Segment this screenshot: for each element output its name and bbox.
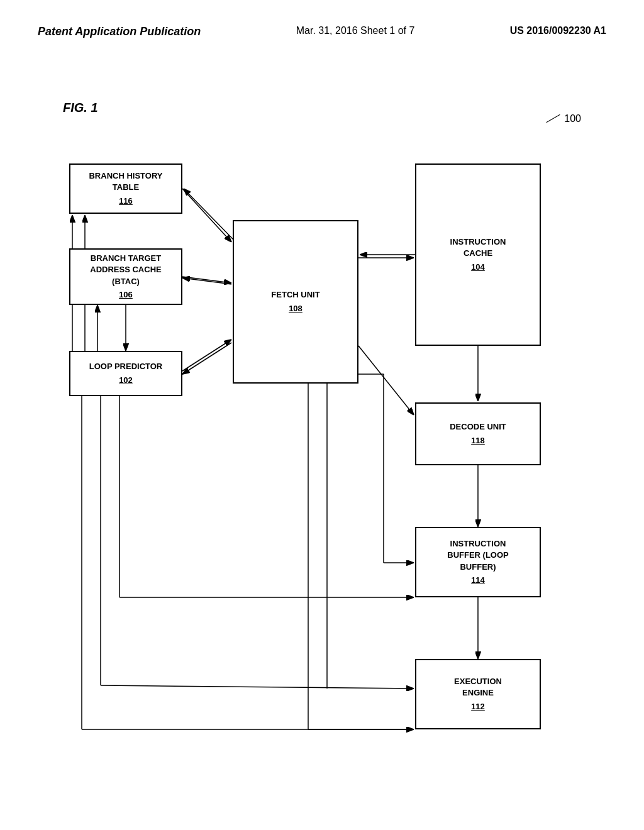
fetch-unit-box: FETCH UNIT 108 [233,220,358,384]
btac-box: BRANCH TARGETADDRESS CACHE(BTAC) 106 [69,248,182,305]
lp-label: LOOP PREDICTOR [89,361,163,372]
btac-ref: 106 [119,289,133,301]
svg-line-2 [182,189,231,242]
btac-label: BRANCH TARGETADDRESS CACHE(BTAC) [90,253,161,287]
decode-unit-box: DECODE UNIT 118 [415,402,541,465]
bht-label: BRANCH HISTORYTABLE [89,170,162,193]
block-diagram: BRANCH HISTORYTABLE 116 BRANCH TARGETADD… [38,126,604,792]
du-label: DECODE UNIT [450,421,506,433]
figure-label: FIG. 1 [63,101,98,115]
date-sheet-label: Mar. 31, 2016 Sheet 1 of 7 [296,25,415,36]
patent-number-label: US 2016/0092230 A1 [510,25,606,36]
ic-label: INSTRUCTIONCACHE [450,236,506,259]
main-reference-label: 100 [564,113,581,124]
ib-ref: 114 [471,575,485,586]
du-ref: 118 [471,435,485,446]
instruction-cache-box: INSTRUCTIONCACHE 104 [415,163,541,346]
ic-ref: 104 [471,262,485,273]
ee-label: EXECUTIONENGINE [454,676,502,699]
loop-predictor-box: LOOP PREDICTOR 102 [69,351,182,396]
execution-engine-box: EXECUTIONENGINE 112 [415,659,541,729]
ee-ref: 112 [471,701,485,712]
lp-ref: 102 [119,375,133,386]
bht-ref: 116 [119,196,133,207]
fu-label: FETCH UNIT [271,289,319,301]
ib-label: INSTRUCTIONBUFFER (LOOPBUFFER) [447,538,509,573]
svg-line-3 [184,189,234,240]
svg-line-21 [101,685,414,689]
branch-history-table-box: BRANCH HISTORYTABLE 116 [69,163,182,214]
svg-line-12 [358,346,414,415]
svg-line-8 [182,343,231,374]
svg-line-4 [182,277,231,283]
publication-label: Patent Application Publication [38,25,201,38]
svg-line-5 [182,278,231,284]
svg-line-7 [182,340,231,371]
page-header: Patent Application Publication Mar. 31, … [0,0,644,38]
instruction-buffer-box: INSTRUCTIONBUFFER (LOOPBUFFER) 114 [415,527,541,597]
fu-ref: 108 [289,303,303,314]
